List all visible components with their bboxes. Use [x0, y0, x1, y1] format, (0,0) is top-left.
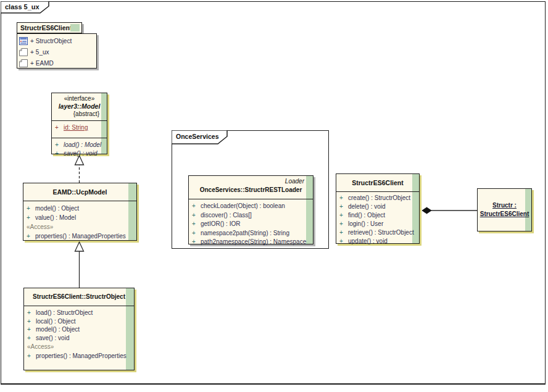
package-item[interactable]: + EAMD — [17, 57, 96, 69]
item-visibility: + — [30, 60, 34, 67]
class-name: EAMD::UcpModel — [23, 183, 136, 201]
operation: + path2namespace(String) : Namespace — [189, 238, 313, 247]
class-onceservices-structrrestloader[interactable]: Loader OnceServices::StructrRESTLoader +… — [188, 175, 313, 244]
operation-signature: login() : User — [348, 220, 383, 228]
visibility: + — [336, 211, 348, 220]
operation: + model() : Object — [24, 325, 134, 334]
visibility: + — [52, 141, 64, 149]
operation-signature: path2namespace(String) : Namespace — [201, 238, 306, 247]
visibility: + — [52, 149, 64, 158]
operation: + model() : Object — [23, 204, 136, 213]
operation-signature: find() : Object — [348, 211, 385, 220]
operation: + getIOR() : IOR — [189, 220, 313, 229]
visibility: + — [24, 334, 36, 343]
object-structr-instance[interactable]: Structr : StructrES6Client — [477, 188, 532, 231]
boundary-label-text: OnceServices — [176, 133, 218, 140]
operation-signature: update() : void — [348, 237, 388, 246]
item-visibility: + — [30, 49, 34, 56]
visibility: + — [189, 220, 201, 229]
class-header: Loader OnceServices::StructrRESTLoader — [189, 176, 313, 199]
operation-signature: getIOR() : IOR — [201, 220, 240, 229]
operation-signature: value() : Model — [35, 213, 76, 222]
operation: + checkLoader(Object) : boolean — [189, 202, 313, 211]
visibility: + — [336, 202, 348, 211]
package-item[interactable]: + 5_ux — [17, 46, 96, 57]
operations-compartment: + model() : Object + value() : Model «Ac… — [23, 201, 136, 241]
object-name-line2: StructrES6Client — [478, 210, 531, 219]
operation: + save() : void — [52, 149, 107, 158]
visibility: + — [336, 194, 348, 202]
operation-signature: model() : Object — [36, 325, 80, 334]
class-structres6client-structrobject[interactable]: StructrES6Client::StructrObject + load()… — [23, 288, 135, 370]
operation-signature: load() : StructrObject — [36, 309, 93, 317]
class-diagram-icon — [19, 37, 28, 45]
visibility: + — [189, 211, 201, 220]
visibility: + — [23, 232, 35, 241]
operation: + namespace2path(String) : String — [189, 229, 313, 238]
class-tag: Loader — [189, 177, 313, 185]
package-item[interactable]: + StructrObject — [17, 35, 96, 46]
class-name: StructrES6Client::StructrObject — [24, 288, 134, 306]
operation-signature: properties() : ManagedProperties — [35, 232, 126, 241]
visibility: + — [23, 204, 35, 213]
access-stereotype: «Access» — [23, 222, 136, 232]
operation-signature: properties() : ManagedProperties — [36, 352, 127, 361]
class-eamd-ucpmodel[interactable]: EAMD::UcpModel + model() : Object + valu… — [23, 183, 137, 241]
package-structres6client-body[interactable]: + StructrObject + 5_ux + EAMD — [17, 33, 97, 69]
operations-compartment: + load() : StructrObject + local() : Obj… — [24, 306, 134, 361]
operation: + load() : Model — [52, 141, 107, 149]
object-name-line1: Structr : — [478, 201, 531, 210]
visibility: + — [189, 229, 201, 238]
package-tab-chip — [70, 24, 80, 31]
interface-header: «interface» layer3::Model {abstract} — [52, 93, 107, 120]
diagram-canvas: class 5_ux StructrES6Client + StructrObj… — [0, 0, 548, 392]
operation-signature: model() : Object — [35, 204, 79, 213]
attribute-signature: id: String — [64, 123, 88, 132]
item-label: StructrObject — [36, 38, 72, 44]
class-name: StructrES6Client — [336, 174, 419, 191]
operation: + local() : Object — [24, 317, 134, 326]
frame-label-text: class 5_ux — [5, 3, 39, 10]
operation: + load() : StructrObject — [24, 309, 134, 317]
operation-signature: checkLoader(Object) : boolean — [201, 202, 285, 211]
attributes-compartment: + id: String — [52, 120, 107, 138]
package-structres6client-tab[interactable]: StructrES6Client — [17, 22, 82, 33]
visibility: + — [24, 352, 36, 361]
operation-signature: delete() : void — [348, 202, 386, 211]
visibility: + — [336, 237, 348, 246]
access-stereotype: «Access» — [24, 342, 134, 352]
visibility: + — [24, 317, 36, 326]
page-icon — [19, 48, 28, 56]
diagram-frame-label: class 5_ux — [1, 1, 50, 14]
interface-stereotype: «interface» — [52, 95, 107, 102]
class-name: OnceServices::StructrRESTLoader — [189, 185, 313, 194]
visibility: + — [336, 220, 348, 228]
operation: + value() : Model — [23, 213, 136, 222]
visibility: + — [52, 123, 64, 132]
interface-name: layer3::Model — [52, 102, 107, 111]
operation-signature: load() : Model — [64, 141, 101, 149]
visibility: + — [24, 325, 36, 334]
operation: + properties() : ManagedProperties — [23, 232, 136, 241]
visibility: + — [189, 238, 201, 247]
page-icon — [19, 59, 28, 67]
class-layer3-model[interactable]: «interface» layer3::Model {abstract} + i… — [51, 93, 107, 154]
operation-signature: discover() : Class[] — [201, 211, 252, 220]
visibility: + — [189, 202, 201, 211]
operation-signature: save() : void — [36, 334, 69, 343]
operation-signature: create() : StructrObject — [348, 194, 410, 202]
operation-signature: namespace2path(String) : String — [201, 229, 289, 238]
attribute: + id: String — [52, 123, 107, 132]
visibility: + — [23, 213, 35, 222]
operation: + retrieve() : StructrObject — [336, 228, 419, 237]
operation: + update() : void — [336, 237, 419, 246]
package-name: StructrES6Client — [20, 24, 72, 31]
item-label: EAMD — [36, 60, 54, 67]
visibility: + — [24, 309, 36, 317]
operation: + delete() : void — [336, 202, 419, 211]
class-structres6client[interactable]: StructrES6Client + create() : StructrObj… — [336, 173, 420, 244]
operation: + login() : User — [336, 220, 419, 228]
onceservices-boundary-label: OnceServices — [172, 130, 228, 144]
operations-compartment: + checkLoader(Object) : boolean + discov… — [189, 199, 313, 247]
visibility: + — [336, 228, 348, 237]
